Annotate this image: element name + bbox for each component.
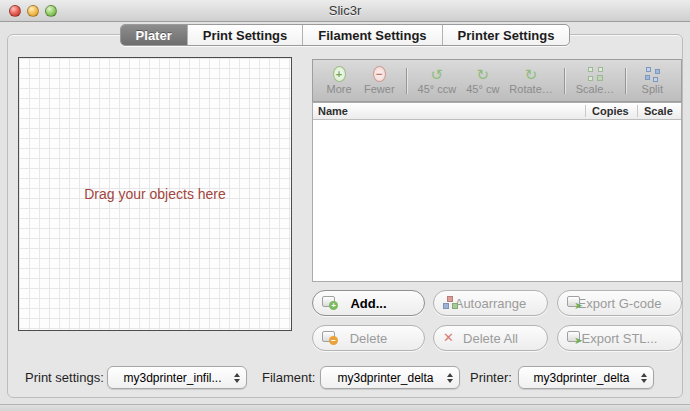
autoarrange-button[interactable]: Autoarrange — [433, 290, 548, 316]
rotate-45ccw-button[interactable]: ↺ 45° ccw — [418, 66, 457, 95]
toolbar-separator — [564, 68, 565, 94]
slic3r-window: Slic3r Plater Print Settings Filament Se… — [0, 0, 690, 411]
rotate-ccw-icon: ↺ — [431, 66, 444, 82]
rotate-button[interactable]: ↻ Rotate… — [509, 66, 552, 95]
plater-canvas[interactable]: Drag your objects here — [18, 57, 292, 331]
delete-object-icon: − — [322, 331, 335, 342]
remove-copy-icon: − — [373, 66, 386, 82]
popup-arrows-icon — [234, 373, 240, 383]
tab-bar: Plater Print Settings Filament Settings … — [0, 24, 690, 46]
column-header-scale[interactable]: Scale — [637, 105, 681, 117]
printer-label: Printer: — [470, 370, 512, 385]
rotate-icon: ↻ — [525, 66, 538, 82]
delete-all-icon: ✕ — [443, 331, 454, 344]
popup-arrows-icon — [447, 373, 453, 383]
tab-plater[interactable]: Plater — [121, 25, 188, 45]
delete-all-button[interactable]: ✕ Delete All — [433, 325, 548, 351]
export-gcode-button[interactable]: ➤ Export G-code — [557, 290, 682, 316]
window-title: Slic3r — [0, 3, 690, 18]
drag-objects-hint: Drag your objects here — [84, 186, 226, 202]
window-bottom-edge — [0, 404, 690, 411]
object-list[interactable]: Name Copies Scale — [312, 102, 682, 282]
export-stl-icon: ➤ — [567, 331, 580, 342]
object-list-header: Name Copies Scale — [313, 103, 681, 120]
object-list-body[interactable] — [313, 120, 681, 281]
object-toolbar: + More − Fewer ↺ 45° ccw ↻ 45° cw ↻ Rota… — [312, 59, 682, 102]
titlebar[interactable]: Slic3r — [0, 0, 690, 22]
popup-arrows-icon — [641, 373, 647, 383]
autoarrange-icon — [443, 296, 458, 309]
print-settings-select[interactable]: my3dprinter_infil... — [107, 366, 247, 389]
print-settings-label: Print settings: — [25, 370, 104, 385]
add-button[interactable]: + Add... — [312, 290, 425, 316]
column-header-copies[interactable]: Copies — [585, 105, 637, 117]
fewer-button[interactable]: − Fewer — [364, 66, 395, 95]
export-stl-button[interactable]: ➤ Export STL... — [557, 325, 682, 351]
scale-icon — [588, 67, 603, 82]
filament-select[interactable]: my3dprinter_delta — [320, 366, 460, 389]
add-copy-icon: + — [333, 66, 346, 82]
filament-label: Filament: — [262, 370, 315, 385]
split-button[interactable]: Split — [637, 66, 667, 95]
rotate-45cw-button[interactable]: ↻ 45° cw — [466, 66, 499, 95]
tab-print-settings[interactable]: Print Settings — [188, 25, 304, 45]
settings-bar: Print settings: my3dprinter_infil... Fil… — [0, 364, 690, 392]
printer-select[interactable]: my3dprinter_delta — [518, 366, 654, 389]
column-header-name[interactable]: Name — [313, 105, 585, 117]
add-object-icon: + — [322, 296, 335, 307]
tab-segmented-control: Plater Print Settings Filament Settings … — [120, 24, 571, 46]
rotate-cw-icon: ↻ — [476, 66, 489, 82]
scale-button[interactable]: Scale… — [576, 66, 615, 95]
tab-filament-settings[interactable]: Filament Settings — [303, 25, 442, 45]
toolbar-separator — [625, 68, 626, 94]
more-button[interactable]: + More — [324, 66, 354, 95]
tab-printer-settings[interactable]: Printer Settings — [443, 25, 570, 45]
export-gcode-icon: ➤ — [567, 296, 580, 307]
toolbar-separator — [406, 68, 407, 94]
delete-button[interactable]: − Delete — [312, 325, 425, 351]
split-icon — [645, 67, 660, 82]
